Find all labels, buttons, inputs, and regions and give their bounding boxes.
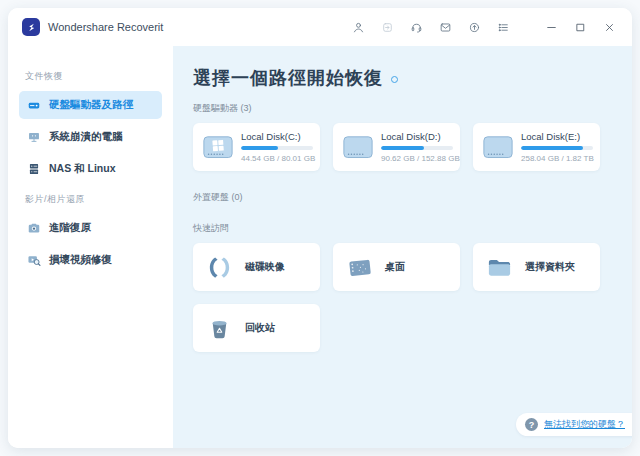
- drive-icon: [482, 134, 514, 160]
- feedback-mail-icon[interactable]: [438, 20, 452, 34]
- menu-list-icon[interactable]: [496, 20, 510, 34]
- desktop-icon: [346, 254, 373, 281]
- drive-name: Local Disk(D:): [381, 131, 452, 142]
- quick-access-list: 磁碟映像 桌面 選擇資料夾: [193, 243, 613, 352]
- maximize-button[interactable]: [573, 20, 587, 34]
- sidebar-item-enhanced-recovery[interactable]: 進階復原: [19, 214, 162, 242]
- app-window: Wondershare Recoverit: [8, 8, 632, 448]
- crashed-computer-icon: [27, 130, 41, 144]
- folder-icon: [486, 254, 513, 281]
- sidebar-item-label: 進階復原: [49, 221, 91, 235]
- sidebar-item-label: 系統崩潰的電腦: [49, 130, 123, 144]
- hard-drives-section-label: 硬盤驅動器 (3): [193, 102, 613, 115]
- page-title: 選擇一個路徑開始恢復: [193, 66, 383, 90]
- nas-server-icon: [27, 162, 41, 176]
- sidebar-section-video-photo-recovery: 影片/相片還原: [25, 193, 156, 206]
- sidebar: 文件恢復 硬盤驅動器及路徑 系統崩潰的電腦 NAS 和 Linux 影片/相片還…: [8, 46, 173, 448]
- update-icon[interactable]: [467, 20, 481, 34]
- tile-disk-image[interactable]: 磁碟映像: [193, 243, 320, 291]
- drive-card-list: Local Disk(C:) 44.54 GB / 80.01 GB Local…: [193, 123, 613, 171]
- drive-card-c[interactable]: Local Disk(C:) 44.54 GB / 80.01 GB: [193, 123, 320, 171]
- tile-recycle-bin[interactable]: 回收站: [193, 304, 320, 352]
- drive-size: 258.04 GB / 1.82 TB: [521, 154, 592, 163]
- sidebar-item-hard-drives-and-locations[interactable]: 硬盤驅動器及路徑: [19, 91, 162, 119]
- sidebar-item-label: NAS 和 Linux: [49, 162, 116, 176]
- tile-select-folder[interactable]: 選擇資料夾: [473, 243, 600, 291]
- drive-card-e[interactable]: Local Disk(E:) 258.04 GB / 1.82 TB: [473, 123, 600, 171]
- sidebar-item-corrupted-video-repair[interactable]: 損壞視頻修復: [19, 246, 162, 274]
- recycle-bin-icon: [206, 315, 233, 342]
- drive-name: Local Disk(E:): [521, 131, 592, 142]
- cant-find-drive-link[interactable]: 無法找到您的硬盤？: [544, 418, 625, 431]
- drive-usage-bar: [381, 146, 453, 150]
- tile-label: 磁碟映像: [245, 260, 285, 274]
- tile-label: 回收站: [245, 321, 275, 335]
- sidebar-item-nas-linux[interactable]: NAS 和 Linux: [19, 155, 162, 183]
- tile-label: 桌面: [385, 260, 405, 274]
- question-icon: [525, 418, 538, 431]
- drive-usage-bar: [241, 146, 313, 150]
- hard-drive-icon: [27, 98, 41, 112]
- sidebar-item-label: 硬盤驅動器及路徑: [49, 98, 133, 112]
- drive-size: 44.54 GB / 80.01 GB: [241, 154, 312, 163]
- sign-in-icon[interactable]: [380, 20, 394, 34]
- camera-icon: [27, 221, 41, 235]
- drive-size: 90.62 GB / 152.88 GB: [381, 154, 452, 163]
- support-headset-icon[interactable]: [409, 20, 423, 34]
- drive-card-d[interactable]: Local Disk(D:) 90.62 GB / 152.88 GB: [333, 123, 460, 171]
- drive-usage-bar: [521, 146, 593, 150]
- quick-access-section-label: 快速訪問: [193, 222, 613, 235]
- help-pill[interactable]: 無法找到您的硬盤？: [516, 413, 632, 436]
- disk-image-icon: [206, 254, 233, 281]
- sidebar-item-crashed-computer[interactable]: 系統崩潰的電腦: [19, 123, 162, 151]
- drive-icon: [342, 134, 374, 160]
- sidebar-item-label: 損壞視頻修復: [49, 253, 112, 267]
- recoverit-logo-icon: [22, 18, 40, 36]
- minimize-button[interactable]: [544, 20, 558, 34]
- close-button[interactable]: [602, 20, 616, 34]
- video-repair-icon: [27, 253, 41, 267]
- external-drives-section-label: 外置硬盤 (0): [193, 191, 613, 204]
- app-title: Wondershare Recoverit: [48, 21, 163, 33]
- sidebar-section-file-recovery: 文件恢復: [25, 70, 156, 83]
- user-account-icon[interactable]: [351, 20, 365, 34]
- tile-desktop[interactable]: 桌面: [333, 243, 460, 291]
- drive-name: Local Disk(C:): [241, 131, 312, 142]
- main-panel: 選擇一個路徑開始恢復 硬盤驅動器 (3) Local Disk(C:) 44.5…: [173, 46, 632, 448]
- system-drive-icon: [202, 134, 234, 160]
- titlebar: Wondershare Recoverit: [8, 8, 632, 46]
- info-icon[interactable]: [391, 76, 398, 83]
- tile-label: 選擇資料夾: [525, 260, 575, 274]
